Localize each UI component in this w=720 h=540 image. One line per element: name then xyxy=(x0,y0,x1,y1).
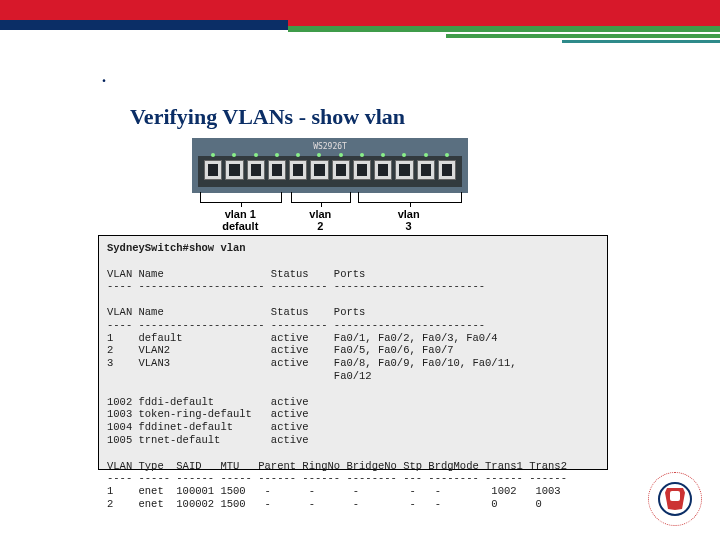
cli-system-vlan-rows: 1002 fddi-default active 1003 token-ring… xyxy=(107,396,309,446)
switch-port xyxy=(332,160,350,180)
switch-port-led xyxy=(254,153,258,157)
switch-port-led xyxy=(339,153,343,157)
switch-port-led xyxy=(317,153,321,157)
banner-green-stripe-2 xyxy=(446,34,720,38)
vlan-bracket xyxy=(291,192,351,203)
vlan-bracket xyxy=(358,192,462,203)
banner-teal-stripe xyxy=(562,40,720,43)
switch-port xyxy=(268,160,286,180)
switch-port-led xyxy=(381,153,385,157)
switch-model-label: WS2926T xyxy=(313,142,347,151)
switch-port xyxy=(247,160,265,180)
vlan-bracket-label: vlan 2 xyxy=(291,208,349,232)
cli-dashes-2: ---- -------------------- --------- ----… xyxy=(107,319,485,331)
switch-port xyxy=(353,160,371,180)
cli-command: show vlan xyxy=(189,242,246,254)
switch-port-panel xyxy=(198,156,462,187)
cli-header-2: VLAN Name Status Ports xyxy=(107,306,365,318)
switch-port xyxy=(225,160,243,180)
cli-dashes: ---- -------------------- --------- ----… xyxy=(107,280,485,292)
switch-port xyxy=(438,160,456,180)
switch-port-led xyxy=(275,153,279,157)
slide-title: Verifying VLANs - show vlan xyxy=(130,104,405,130)
cli-prompt: SydneySwitch# xyxy=(107,242,189,254)
university-logo xyxy=(648,472,702,526)
cli-type-rows: 1 enet 100001 1500 - - - - - 1002 1003 2… xyxy=(107,485,561,510)
cli-type-dashes: ---- ----- ------ ----- ------ ------ --… xyxy=(107,472,567,484)
switch-illustration: WS2926T xyxy=(192,138,468,193)
switch-port xyxy=(417,160,435,180)
switch-port-led xyxy=(211,153,215,157)
switch-port-led xyxy=(402,153,406,157)
banner-blue-stripe xyxy=(0,20,288,30)
vlan-bracket xyxy=(200,192,282,203)
slide-top-banner xyxy=(0,0,720,38)
switch-port-led xyxy=(360,153,364,157)
logo-shield-icon xyxy=(665,488,685,510)
switch-port-led xyxy=(445,153,449,157)
bullet-mark: . xyxy=(102,68,106,86)
switch-port-led xyxy=(424,153,428,157)
cli-type-header: VLAN Type SAID MTU Parent RingNo BridgeN… xyxy=(107,460,567,472)
switch-port xyxy=(289,160,307,180)
switch-port-led xyxy=(232,153,236,157)
cli-header: VLAN Name Status Ports xyxy=(107,268,365,280)
vlan-bracket-label: vlan 3 xyxy=(358,208,460,232)
logo-inner-ring xyxy=(658,482,692,516)
switch-port xyxy=(204,160,222,180)
switch-port xyxy=(310,160,328,180)
switch-port-led xyxy=(296,153,300,157)
vlan-bracket-label: vlan 1 default xyxy=(200,208,280,232)
banner-green-stripe-1 xyxy=(288,26,720,32)
switch-port xyxy=(395,160,413,180)
switch-port xyxy=(374,160,392,180)
cli-output-box: SydneySwitch#show vlan VLAN Name Status … xyxy=(98,235,608,470)
cli-vlan-rows: 1 default active Fa0/1, Fa0/2, Fa0/3, Fa… xyxy=(107,332,517,382)
